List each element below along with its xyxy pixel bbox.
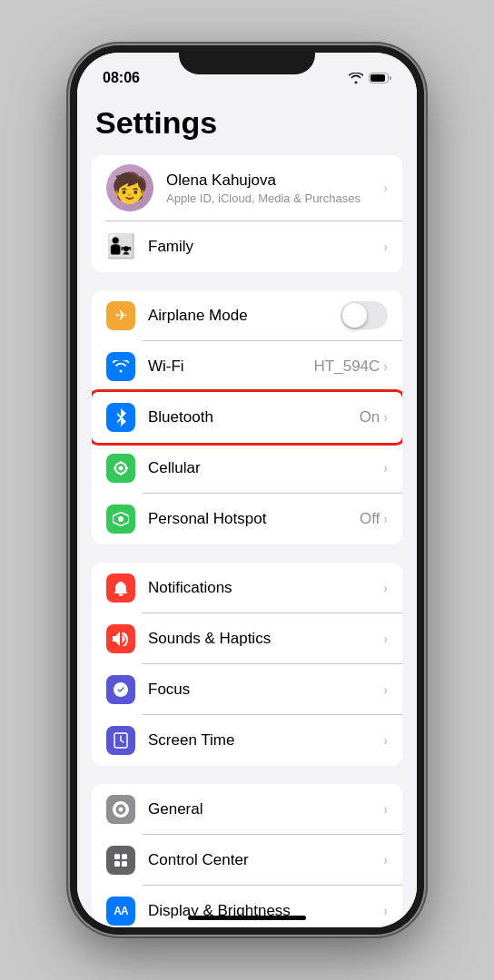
profile-chevron: › [383, 181, 388, 195]
family-label: Family [148, 238, 193, 256]
screentime-row[interactable]: Screen Time › [92, 715, 402, 766]
cellular-content: Cellular › [148, 459, 388, 477]
hotspot-status: Off [360, 510, 380, 528]
hotspot-icon [106, 505, 135, 534]
focus-icon [106, 675, 135, 704]
content: Settings 🧒 Olena Kahujova Apple ID, iClo… [77, 96, 417, 927]
sounds-chevron: › [383, 632, 388, 646]
focus-row[interactable]: Focus › [92, 664, 402, 715]
sounds-content: Sounds & Haptics › [148, 630, 388, 648]
general-content: General › [148, 800, 388, 818]
wifi-label: Wi-Fi [148, 358, 184, 376]
wifi-status-icon [349, 73, 363, 83]
airplane-toggle[interactable] [341, 301, 388, 329]
focus-content: Focus › [148, 681, 388, 699]
bluetooth-value: On › [360, 408, 388, 426]
sounds-icon [106, 624, 135, 653]
battery-status-icon [369, 73, 391, 83]
hotspot-chevron: › [383, 512, 388, 526]
svg-rect-13 [114, 854, 120, 859]
display-row[interactable]: AA Display & Brightness › [92, 886, 402, 928]
notifications-chevron: › [383, 581, 388, 595]
status-icons [349, 73, 391, 83]
toggle-knob [342, 303, 367, 328]
profile-content: Olena Kahujova Apple ID, iCloud, Media &… [166, 172, 388, 205]
general-row[interactable]: General › [92, 784, 402, 835]
bluetooth-chevron: › [383, 410, 388, 425]
wifi-row[interactable]: Wi-Fi HT_594C › [92, 341, 402, 392]
wifi-network: HT_594C [314, 358, 380, 376]
general-icon [106, 795, 135, 824]
display-icon: AA [106, 897, 135, 926]
wifi-chevron: › [383, 359, 388, 374]
bluetooth-label: Bluetooth [148, 408, 213, 426]
general-group: General › Control Center [92, 784, 402, 928]
page-title: Settings [77, 96, 417, 155]
wifi-content: Wi-Fi HT_594C › [148, 358, 388, 376]
profile-info: Olena Kahujova Apple ID, iCloud, Media &… [166, 172, 361, 205]
bluetooth-status: On [360, 408, 380, 426]
svg-rect-14 [122, 854, 127, 859]
cellular-icon [106, 454, 135, 483]
cellular-row[interactable]: Cellular › [92, 443, 402, 494]
family-icon: 👨‍👧 [106, 232, 135, 261]
controlcenter-row[interactable]: Control Center › [92, 835, 402, 886]
wifi-icon [106, 352, 135, 381]
controlcenter-label: Control Center [148, 851, 249, 869]
profile-group: 🧒 Olena Kahujova Apple ID, iCloud, Media… [92, 155, 402, 272]
bluetooth-highlight-wrapper: Bluetooth On › [92, 392, 402, 443]
notifications-icon [106, 573, 135, 603]
focus-chevron: › [383, 682, 388, 697]
hotspot-label: Personal Hotspot [148, 510, 266, 528]
screentime-chevron: › [383, 733, 388, 748]
svg-rect-1 [370, 74, 385, 82]
svg-point-8 [118, 516, 124, 522]
family-chevron: › [383, 240, 388, 254]
airplane-row[interactable]: ✈ Airplane Mode [92, 290, 402, 341]
controlcenter-icon [106, 846, 135, 875]
family-content: Family › [148, 238, 388, 256]
profile-row[interactable]: 🧒 Olena Kahujova Apple ID, iCloud, Media… [92, 155, 402, 220]
avatar: 🧒 [106, 164, 153, 211]
screentime-content: Screen Time › [148, 731, 388, 750]
status-time: 08:06 [103, 70, 140, 86]
cellular-label: Cellular [148, 459, 201, 477]
screentime-label: Screen Time [148, 731, 234, 750]
sounds-row[interactable]: Sounds & Haptics › [92, 613, 402, 664]
profile-name: Olena Kahujova [166, 172, 361, 190]
svg-point-3 [119, 466, 124, 470]
notifications-label: Notifications [148, 579, 232, 597]
svg-point-12 [119, 807, 124, 811]
hotspot-value: Off › [360, 510, 388, 528]
home-indicator[interactable] [188, 916, 306, 920]
airplane-icon: ✈ [106, 301, 135, 330]
display-chevron: › [383, 904, 388, 918]
bluetooth-row[interactable]: Bluetooth On › [92, 392, 402, 443]
sounds-label: Sounds & Haptics [148, 630, 271, 648]
svg-rect-15 [114, 861, 120, 867]
svg-line-11 [121, 740, 124, 742]
airplane-content: Airplane Mode [148, 301, 388, 329]
family-row[interactable]: 👨‍👧 Family › [92, 221, 402, 272]
bluetooth-content: Bluetooth On › [148, 408, 388, 426]
controlcenter-content: Control Center › [148, 851, 388, 869]
notifications-row[interactable]: Notifications › [92, 563, 402, 613]
screen: 08:06 Settings [77, 53, 417, 927]
svg-rect-16 [122, 861, 127, 867]
hotspot-row[interactable]: Personal Hotspot Off › [92, 494, 402, 544]
cellular-chevron: › [383, 461, 388, 475]
notch [179, 45, 315, 74]
profile-subtitle: Apple ID, iCloud, Media & Purchases [166, 191, 361, 205]
notifications-content: Notifications › [148, 579, 388, 597]
bluetooth-icon [106, 403, 135, 432]
phone-frame: 08:06 Settings [70, 45, 424, 935]
screentime-icon [106, 726, 135, 755]
controlcenter-chevron: › [383, 853, 388, 867]
wifi-value: HT_594C › [314, 358, 388, 376]
general-label: General [148, 800, 203, 818]
general-chevron: › [383, 802, 388, 817]
hotspot-content: Personal Hotspot Off › [148, 510, 388, 528]
airplane-label: Airplane Mode [148, 307, 248, 325]
connectivity-group: ✈ Airplane Mode [92, 290, 402, 544]
focus-label: Focus [148, 681, 190, 699]
